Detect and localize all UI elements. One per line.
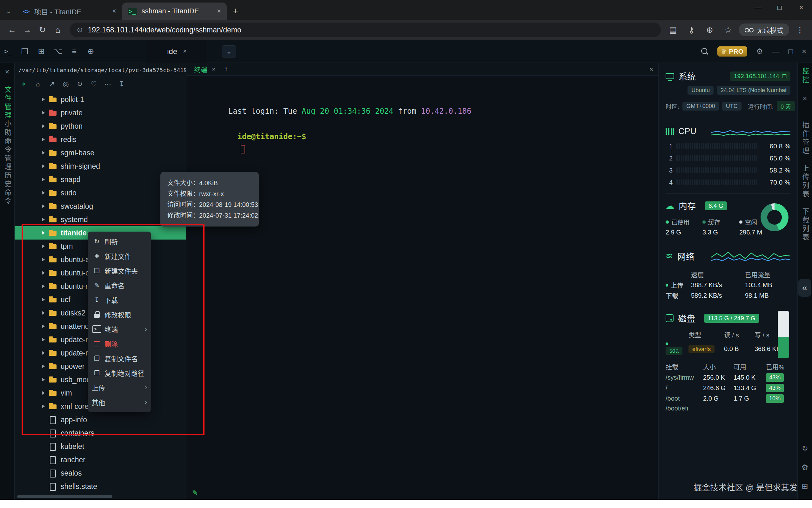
tab-search-button[interactable] — [0, 3, 17, 20]
dashboard-icon[interactable] — [802, 482, 808, 491]
context-menu-item[interactable]: 终端 › — [88, 322, 151, 336]
expand-arrow-icon[interactable] — [42, 151, 45, 155]
reload-button[interactable] — [35, 22, 50, 38]
tree-item[interactable]: containers — [14, 426, 186, 440]
context-menu-item[interactable]: 复制绝对路径 › — [88, 366, 151, 380]
tree-item[interactable]: shells.state — [14, 480, 186, 493]
right-rail-item[interactable]: 上传列表 — [800, 165, 810, 199]
expand-arrow-icon[interactable] — [42, 244, 45, 248]
expand-arrow-icon[interactable] — [42, 231, 45, 235]
address-bar[interactable]: 192.168.101.144/ide/web/coding/sshman/de… — [70, 23, 661, 37]
tree-item[interactable]: sealos — [14, 466, 186, 480]
expand-arrow-icon[interactable] — [42, 97, 45, 101]
monitor-close-icon[interactable] — [803, 94, 807, 103]
apps-icon[interactable] — [33, 43, 50, 60]
terminal-output[interactable]: Last login: Tue Aug 20 01:34:36 2024 fro… — [186, 76, 658, 172]
tree-item[interactable]: shim-signed — [14, 160, 186, 173]
expand-arrow-icon[interactable] — [42, 284, 45, 288]
editor-tab-ide[interactable]: ide — [147, 40, 207, 63]
tab-close-icon[interactable] — [112, 7, 116, 15]
locate-icon[interactable] — [17, 78, 31, 90]
tree-item[interactable]: rancher — [14, 453, 186, 466]
browser-menu-button[interactable] — [792, 22, 808, 38]
file-panel-icon[interactable] — [16, 43, 33, 60]
expand-arrow-icon[interactable] — [42, 218, 45, 221]
window-minimize-button[interactable] — [747, 0, 769, 15]
git-branch-icon[interactable] — [50, 43, 66, 60]
tree-item[interactable]: polkit-1 — [14, 93, 186, 106]
jump-icon[interactable] — [45, 78, 58, 90]
context-menu-item[interactable]: 新建文件夹 › — [88, 263, 151, 278]
browser-tab-2[interactable]: >_ sshman - TitanIDE — [122, 3, 227, 20]
ide-maximize-icon[interactable] — [788, 47, 793, 56]
expand-arrow-icon[interactable] — [42, 338, 45, 342]
left-rail-item[interactable]: 历史命令 — [2, 172, 12, 206]
context-menu-item[interactable]: 删除 › — [88, 336, 151, 351]
context-menu-item[interactable]: 复制文件名 › — [88, 351, 151, 366]
favorite-icon[interactable] — [87, 78, 100, 90]
left-rail-item[interactable]: 命令管理 — [2, 137, 12, 172]
window-close-button[interactable] — [791, 0, 812, 15]
expand-arrow-icon[interactable] — [42, 204, 45, 208]
ide-close-icon[interactable] — [802, 47, 806, 56]
left-rail-item[interactable]: 小助 — [2, 120, 12, 137]
panel-close-icon[interactable] — [5, 67, 9, 76]
expand-arrow-icon[interactable] — [42, 405, 45, 408]
right-rail-item[interactable]: 插件管理 — [800, 121, 810, 156]
window-maximize-button[interactable] — [769, 0, 791, 15]
context-menu-item[interactable]: 上传 › — [88, 380, 151, 395]
expand-arrow-icon[interactable] — [42, 378, 45, 382]
home-button[interactable] — [50, 22, 65, 38]
tree-item[interactable]: app-info — [14, 413, 186, 426]
refresh-icon[interactable] — [73, 78, 86, 90]
edit-pencil-icon[interactable] — [192, 489, 198, 497]
download-icon[interactable] — [115, 78, 128, 90]
tree-item[interactable]: private — [14, 106, 186, 120]
context-menu-item[interactable]: 新建文件 › — [88, 249, 151, 263]
expand-arrow-icon[interactable] — [42, 391, 45, 395]
more-icon[interactable] — [101, 78, 114, 90]
ide-minimize-icon[interactable] — [772, 47, 779, 56]
expand-arrow-icon[interactable] — [42, 164, 45, 168]
right-rail-item-monitor[interactable]: 监控 — [800, 67, 810, 85]
context-menu-item[interactable]: 其他 › — [88, 395, 151, 410]
expand-arrow-icon[interactable] — [42, 298, 45, 301]
expand-arrow-icon[interactable] — [42, 324, 45, 328]
bookmark-star-icon[interactable] — [721, 22, 736, 38]
link-icon[interactable] — [83, 43, 99, 60]
pro-badge[interactable]: ♛ PRO — [717, 46, 747, 56]
forward-button[interactable] — [20, 22, 35, 38]
tree-item[interactable]: kubelet — [14, 440, 186, 453]
expand-arrow-icon[interactable] — [42, 365, 45, 368]
copy-icon[interactable] — [782, 73, 786, 80]
terminal-panel-close-icon[interactable] — [649, 66, 653, 73]
terminal-panel-icon[interactable]: >_ — [0, 43, 16, 60]
ip-badge[interactable]: 192.168.101.144 — [730, 72, 791, 81]
terminal-tab[interactable]: 终端 — [190, 63, 220, 75]
expand-arrow-icon[interactable] — [42, 111, 45, 115]
password-key-icon[interactable] — [684, 22, 699, 38]
context-menu-item[interactable]: 刷新 › — [88, 234, 151, 249]
settings-gear-icon[interactable] — [756, 47, 763, 56]
tree-item[interactable]: sgml-base — [14, 146, 186, 160]
editor-tab-dropdown[interactable] — [222, 45, 236, 57]
expand-arrow-icon[interactable] — [42, 124, 45, 128]
expand-arrow-icon[interactable] — [42, 137, 45, 141]
new-tab-button[interactable] — [227, 3, 244, 20]
tree-item[interactable]: redis — [14, 133, 186, 146]
context-menu-item[interactable]: 重命名 › — [88, 278, 151, 293]
back-button[interactable] — [4, 22, 20, 38]
browser-tab-1[interactable]: <> 项目 - TitanIDE — [17, 3, 122, 20]
context-menu-item[interactable]: 下载 › — [88, 293, 151, 307]
tab-close-icon[interactable] — [217, 7, 221, 15]
tree-item[interactable]: python — [14, 120, 186, 133]
editor-tab-close-icon[interactable] — [183, 48, 187, 55]
expand-arrow-icon[interactable] — [42, 258, 45, 261]
zoom-icon[interactable] — [702, 22, 717, 38]
search-icon[interactable] — [701, 48, 709, 55]
clipboard-icon[interactable] — [665, 22, 681, 38]
refresh-icon[interactable] — [802, 444, 808, 453]
new-terminal-button[interactable] — [220, 64, 232, 74]
report-icon[interactable] — [66, 43, 83, 60]
target-icon[interactable] — [59, 78, 73, 90]
